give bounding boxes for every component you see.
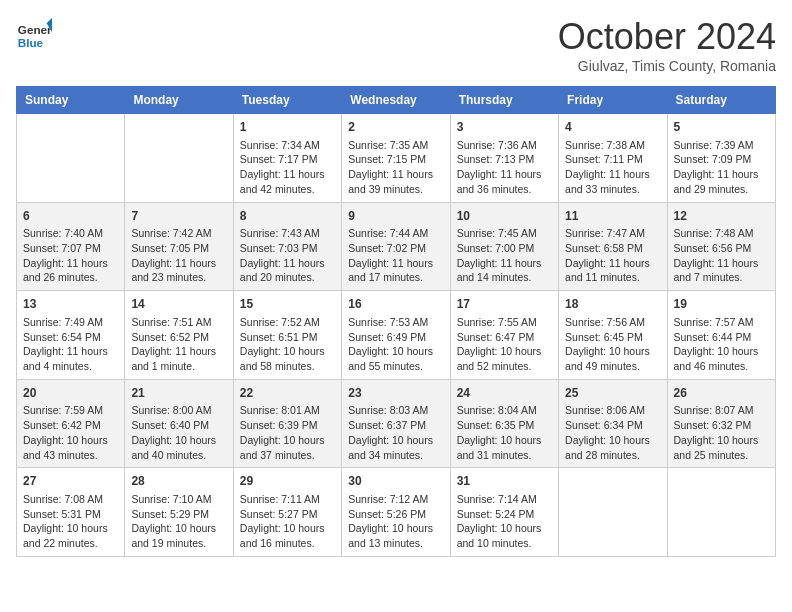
- sunrise-text: Sunrise: 7:52 AM: [240, 316, 320, 328]
- day-number: 2: [348, 119, 443, 136]
- logo: General Blue: [16, 16, 56, 52]
- sunset-text: Sunset: 7:07 PM: [23, 242, 101, 254]
- day-number: 13: [23, 296, 118, 313]
- day-number: 20: [23, 385, 118, 402]
- daylight-text: Daylight: 11 hours and 20 minutes.: [240, 257, 325, 284]
- day-cell: 8Sunrise: 7:43 AMSunset: 7:03 PMDaylight…: [233, 202, 341, 291]
- sunset-text: Sunset: 6:54 PM: [23, 331, 101, 343]
- sunset-text: Sunset: 6:49 PM: [348, 331, 426, 343]
- day-cell: 22Sunrise: 8:01 AMSunset: 6:39 PMDayligh…: [233, 379, 341, 468]
- header-row: SundayMondayTuesdayWednesdayThursdayFrid…: [17, 87, 776, 114]
- week-row-5: 27Sunrise: 7:08 AMSunset: 5:31 PMDayligh…: [17, 468, 776, 557]
- sunrise-text: Sunrise: 7:59 AM: [23, 404, 103, 416]
- sunset-text: Sunset: 5:31 PM: [23, 508, 101, 520]
- day-number: 24: [457, 385, 552, 402]
- day-number: 3: [457, 119, 552, 136]
- daylight-text: Daylight: 11 hours and 42 minutes.: [240, 168, 325, 195]
- col-header-wednesday: Wednesday: [342, 87, 450, 114]
- daylight-text: Daylight: 10 hours and 34 minutes.: [348, 434, 433, 461]
- daylight-text: Daylight: 11 hours and 39 minutes.: [348, 168, 433, 195]
- sunrise-text: Sunrise: 7:43 AM: [240, 227, 320, 239]
- day-cell: 4Sunrise: 7:38 AMSunset: 7:11 PMDaylight…: [559, 114, 667, 203]
- day-number: 22: [240, 385, 335, 402]
- sunrise-text: Sunrise: 7:48 AM: [674, 227, 754, 239]
- sunrise-text: Sunrise: 7:45 AM: [457, 227, 537, 239]
- week-row-1: 1Sunrise: 7:34 AMSunset: 7:17 PMDaylight…: [17, 114, 776, 203]
- day-cell: [125, 114, 233, 203]
- day-cell: 31Sunrise: 7:14 AMSunset: 5:24 PMDayligh…: [450, 468, 558, 557]
- col-header-thursday: Thursday: [450, 87, 558, 114]
- sunrise-text: Sunrise: 8:04 AM: [457, 404, 537, 416]
- svg-text:Blue: Blue: [18, 36, 44, 49]
- sunrise-text: Sunrise: 7:47 AM: [565, 227, 645, 239]
- sunrise-text: Sunrise: 7:49 AM: [23, 316, 103, 328]
- day-number: 25: [565, 385, 660, 402]
- daylight-text: Daylight: 10 hours and 13 minutes.: [348, 522, 433, 549]
- day-cell: 16Sunrise: 7:53 AMSunset: 6:49 PMDayligh…: [342, 291, 450, 380]
- day-cell: [17, 114, 125, 203]
- daylight-text: Daylight: 10 hours and 55 minutes.: [348, 345, 433, 372]
- sunset-text: Sunset: 7:15 PM: [348, 153, 426, 165]
- day-cell: [667, 468, 775, 557]
- col-header-friday: Friday: [559, 87, 667, 114]
- sunset-text: Sunset: 6:47 PM: [457, 331, 535, 343]
- day-number: 30: [348, 473, 443, 490]
- day-number: 10: [457, 208, 552, 225]
- day-number: 16: [348, 296, 443, 313]
- daylight-text: Daylight: 10 hours and 19 minutes.: [131, 522, 216, 549]
- daylight-text: Daylight: 11 hours and 14 minutes.: [457, 257, 542, 284]
- sunrise-text: Sunrise: 8:01 AM: [240, 404, 320, 416]
- sunset-text: Sunset: 7:17 PM: [240, 153, 318, 165]
- day-cell: 29Sunrise: 7:11 AMSunset: 5:27 PMDayligh…: [233, 468, 341, 557]
- daylight-text: Daylight: 10 hours and 31 minutes.: [457, 434, 542, 461]
- day-cell: 11Sunrise: 7:47 AMSunset: 6:58 PMDayligh…: [559, 202, 667, 291]
- sunset-text: Sunset: 6:51 PM: [240, 331, 318, 343]
- sunrise-text: Sunrise: 7:55 AM: [457, 316, 537, 328]
- day-number: 12: [674, 208, 769, 225]
- col-header-saturday: Saturday: [667, 87, 775, 114]
- sunrise-text: Sunrise: 7:56 AM: [565, 316, 645, 328]
- daylight-text: Daylight: 10 hours and 22 minutes.: [23, 522, 108, 549]
- day-cell: 30Sunrise: 7:12 AMSunset: 5:26 PMDayligh…: [342, 468, 450, 557]
- day-cell: 3Sunrise: 7:36 AMSunset: 7:13 PMDaylight…: [450, 114, 558, 203]
- sunset-text: Sunset: 7:00 PM: [457, 242, 535, 254]
- svg-text:General: General: [18, 23, 52, 36]
- sunset-text: Sunset: 7:09 PM: [674, 153, 752, 165]
- sunset-text: Sunset: 7:13 PM: [457, 153, 535, 165]
- daylight-text: Daylight: 11 hours and 33 minutes.: [565, 168, 650, 195]
- day-cell: 14Sunrise: 7:51 AMSunset: 6:52 PMDayligh…: [125, 291, 233, 380]
- sunrise-text: Sunrise: 7:39 AM: [674, 139, 754, 151]
- title-block: October 2024 Giulvaz, Timis County, Roma…: [558, 16, 776, 74]
- week-row-4: 20Sunrise: 7:59 AMSunset: 6:42 PMDayligh…: [17, 379, 776, 468]
- day-cell: 23Sunrise: 8:03 AMSunset: 6:37 PMDayligh…: [342, 379, 450, 468]
- day-cell: 25Sunrise: 8:06 AMSunset: 6:34 PMDayligh…: [559, 379, 667, 468]
- day-cell: 13Sunrise: 7:49 AMSunset: 6:54 PMDayligh…: [17, 291, 125, 380]
- sunset-text: Sunset: 6:35 PM: [457, 419, 535, 431]
- sunset-text: Sunset: 6:34 PM: [565, 419, 643, 431]
- page-header: General Blue October 2024 Giulvaz, Timis…: [16, 16, 776, 74]
- sunset-text: Sunset: 7:03 PM: [240, 242, 318, 254]
- col-header-sunday: Sunday: [17, 87, 125, 114]
- daylight-text: Daylight: 10 hours and 49 minutes.: [565, 345, 650, 372]
- daylight-text: Daylight: 11 hours and 4 minutes.: [23, 345, 108, 372]
- day-number: 31: [457, 473, 552, 490]
- daylight-text: Daylight: 10 hours and 28 minutes.: [565, 434, 650, 461]
- week-row-2: 6Sunrise: 7:40 AMSunset: 7:07 PMDaylight…: [17, 202, 776, 291]
- daylight-text: Daylight: 11 hours and 29 minutes.: [674, 168, 759, 195]
- sunrise-text: Sunrise: 7:12 AM: [348, 493, 428, 505]
- day-number: 5: [674, 119, 769, 136]
- day-number: 8: [240, 208, 335, 225]
- daylight-text: Daylight: 11 hours and 1 minute.: [131, 345, 216, 372]
- daylight-text: Daylight: 11 hours and 11 minutes.: [565, 257, 650, 284]
- week-row-3: 13Sunrise: 7:49 AMSunset: 6:54 PMDayligh…: [17, 291, 776, 380]
- sunset-text: Sunset: 5:27 PM: [240, 508, 318, 520]
- day-cell: 2Sunrise: 7:35 AMSunset: 7:15 PMDaylight…: [342, 114, 450, 203]
- day-cell: 28Sunrise: 7:10 AMSunset: 5:29 PMDayligh…: [125, 468, 233, 557]
- sunset-text: Sunset: 6:44 PM: [674, 331, 752, 343]
- sunrise-text: Sunrise: 7:34 AM: [240, 139, 320, 151]
- daylight-text: Daylight: 10 hours and 10 minutes.: [457, 522, 542, 549]
- month-title: October 2024: [558, 16, 776, 58]
- col-header-monday: Monday: [125, 87, 233, 114]
- daylight-text: Daylight: 10 hours and 40 minutes.: [131, 434, 216, 461]
- day-number: 18: [565, 296, 660, 313]
